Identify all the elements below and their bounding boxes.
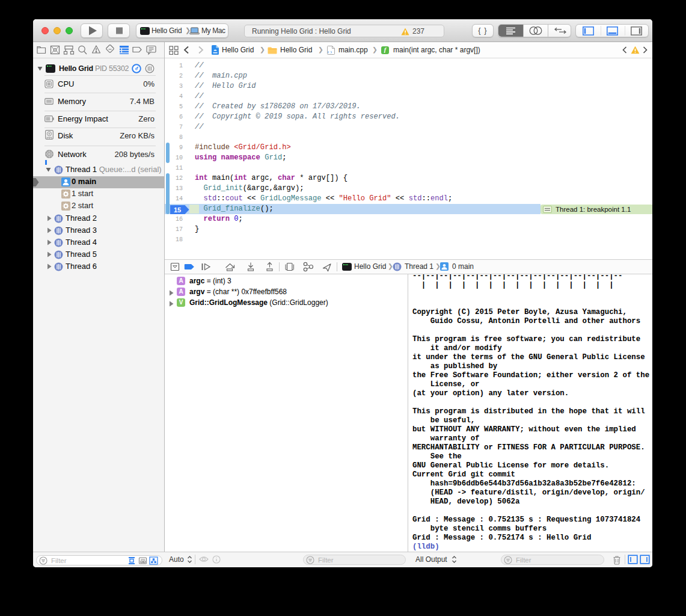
svg-text:15: 15	[174, 206, 181, 213]
